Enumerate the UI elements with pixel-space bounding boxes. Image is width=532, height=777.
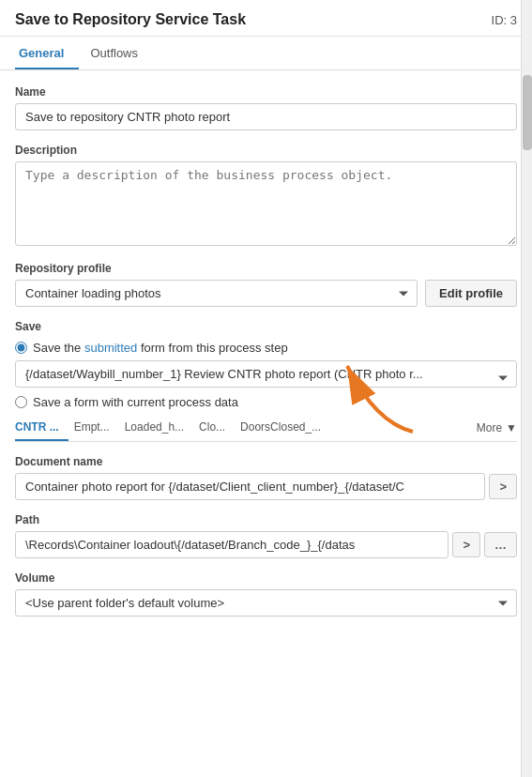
document-name-row: >: [15, 473, 517, 500]
volume-select[interactable]: <Use parent folder's default volume>: [15, 589, 517, 617]
volume-label: Volume: [15, 571, 517, 585]
scrollbar[interactable]: [521, 0, 532, 777]
radio-option2-row: Save a form with current process data: [15, 395, 517, 409]
tab-outflows[interactable]: Outflows: [86, 37, 153, 69]
radio-option1-row: Save the submitted form from this proces…: [15, 341, 517, 355]
path-input[interactable]: [15, 531, 448, 558]
description-label: Description: [15, 144, 517, 157]
subtab-loaded[interactable]: Loaded_h...: [125, 415, 193, 441]
document-name-label: Document name: [15, 455, 517, 468]
document-name-expand-button[interactable]: >: [489, 474, 517, 499]
name-label: Name: [15, 85, 517, 99]
document-name-input[interactable]: [15, 473, 485, 500]
repo-profile-label: Repository profile: [15, 262, 517, 275]
tab-general[interactable]: General: [15, 37, 79, 69]
subtab-more-chevron-icon: ▼: [506, 421, 517, 434]
page-title: Save to Repository Service Task: [15, 11, 246, 28]
form-dropdown-wrapper: {/dataset/Waybill_number_1} Review CNTR …: [15, 360, 517, 395]
repo-profile-select[interactable]: Container loading photos: [15, 280, 418, 307]
header-id: ID: 3: [492, 13, 517, 27]
volume-select-wrapper: <Use parent folder's default volume>: [15, 589, 517, 617]
tab-bar: General Outflows: [0, 37, 532, 70]
name-input[interactable]: [15, 103, 517, 130]
scrollbar-thumb[interactable]: [523, 75, 532, 150]
subtab-bar: CNTR ... Empt... Loaded_h... Clo... Door…: [15, 415, 517, 442]
subtab-cntr[interactable]: CNTR ...: [15, 415, 68, 441]
path-row: > …: [15, 531, 517, 558]
subtab-clo[interactable]: Clo...: [199, 415, 235, 441]
form-content: Name Description Repository profile Cont…: [0, 85, 532, 632]
path-more-button[interactable]: …: [484, 532, 517, 557]
subtab-more[interactable]: More ▼: [477, 421, 517, 434]
radio-option1-label: Save the submitted form from this proces…: [33, 341, 288, 355]
radio-option2-label: Save a form with current process data: [33, 395, 238, 409]
subtab-empt[interactable]: Empt...: [74, 415, 119, 441]
highlight-submitted: submitted: [84, 341, 137, 355]
repo-profile-select-wrapper: Container loading photos: [15, 280, 418, 307]
panel-header: Save to Repository Service Task ID: 3: [0, 0, 532, 37]
radio-option2[interactable]: [15, 396, 27, 408]
radio-option1[interactable]: [15, 342, 27, 354]
repo-profile-row: Container loading photos Edit profile: [15, 280, 517, 307]
subtab-doorsclosed[interactable]: DoorsClosed_...: [240, 415, 330, 441]
edit-profile-button[interactable]: Edit profile: [425, 280, 517, 307]
description-input[interactable]: [15, 161, 517, 246]
save-section-label: Save: [15, 320, 517, 333]
form-dropdown[interactable]: {/dataset/Waybill_number_1} Review CNTR …: [15, 360, 517, 388]
path-expand-button[interactable]: >: [452, 532, 480, 557]
path-label: Path: [15, 513, 517, 526]
